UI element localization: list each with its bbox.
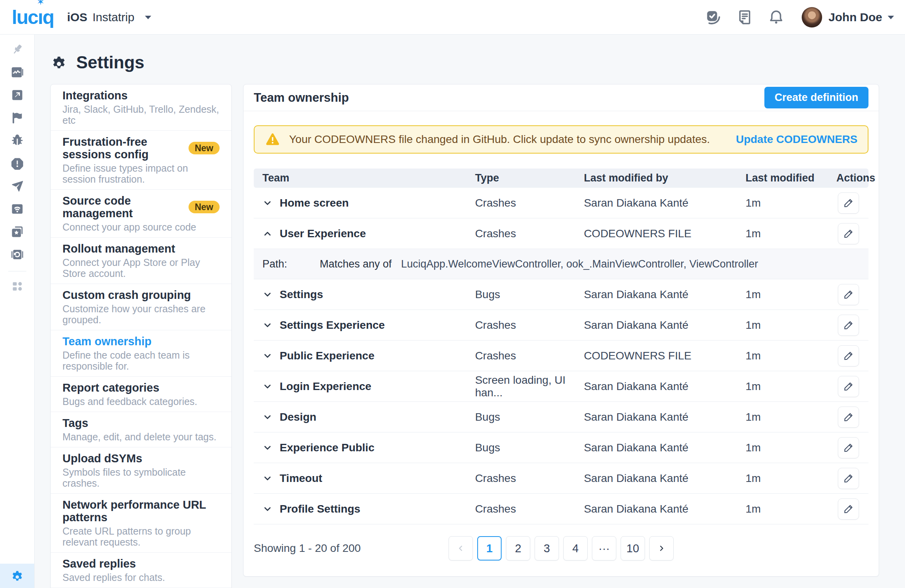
type-cell: Crashes: [475, 472, 584, 485]
table-row-home-screen[interactable]: Home screen Crashes Saran Diakana Kanté …: [254, 188, 868, 218]
last-modified-by-cell: Saran Diakana Kanté: [584, 411, 746, 423]
sidebar-item-frustration-free-sessions-config[interactable]: Frustration-free sessions config New Def…: [51, 130, 231, 189]
sidebar-item-custom-crash-grouping[interactable]: Custom crash grouping Customize how your…: [51, 284, 231, 330]
left-icon-rail: [0, 35, 35, 588]
rail-item-send-icon[interactable]: [10, 179, 24, 193]
edit-button[interactable]: [838, 468, 859, 489]
chevron-down-icon[interactable]: [262, 381, 273, 392]
team-name: Timeout: [280, 472, 322, 485]
page-ellipsis-button[interactable]: ···: [592, 536, 616, 561]
settings-item-title: Tags: [62, 417, 88, 429]
rail-item-app-replays-icon[interactable]: [10, 247, 24, 262]
type-cell: Bugs: [475, 288, 584, 301]
chevron-down-icon[interactable]: [262, 443, 273, 453]
edit-button[interactable]: [838, 437, 859, 458]
table-row-experience-public[interactable]: Experience Public Bugs Saran Diakana Kan…: [254, 432, 868, 463]
sidebar-item-tags[interactable]: Tags Manage, edit, and delete your tags.: [51, 412, 231, 447]
sidebar-item-source-code-management[interactable]: Source code management New Connect your …: [51, 189, 231, 237]
rail-item-apps-grid-icon[interactable]: [10, 279, 24, 293]
sidebar-item-saved-replies[interactable]: Saved replies Saved replies for chats.: [51, 552, 231, 588]
edit-button[interactable]: [838, 407, 859, 428]
page-3-button[interactable]: 3: [535, 536, 559, 561]
new-badge: New: [189, 201, 220, 213]
settings-item-subtitle: Create URL patterns to group relevant re…: [62, 526, 220, 548]
edit-button[interactable]: [838, 376, 859, 397]
last-modified-cell: 1m: [746, 472, 828, 485]
rail-item-performance-icon[interactable]: [10, 65, 24, 79]
codeowners-banner: Your CODEOWNERS file changed in GitHub. …: [254, 125, 868, 154]
chevron-down-icon[interactable]: [887, 15, 895, 20]
app-switcher[interactable]: iOS Instatrip: [67, 11, 152, 24]
table-row-settings[interactable]: Settings Bugs Saran Diakana Kanté 1m: [254, 279, 868, 310]
team-ownership-panel: Team ownership Create definition Your CO…: [243, 84, 879, 577]
logo-text-i: ı: [38, 6, 42, 28]
last-modified-cell: 1m: [746, 288, 828, 301]
settings-item-subtitle: Connect your app source code: [62, 222, 220, 233]
table-row-login-experience[interactable]: Login Experience Screen loading, UI han.…: [254, 371, 868, 402]
rail-item-bug-icon[interactable]: [10, 134, 24, 148]
team-name: Login Experience: [280, 380, 371, 393]
luciq-logo[interactable]: luc✶ıq: [12, 7, 54, 27]
sidebar-item-team-ownership[interactable]: Team ownership Define the code each team…: [51, 330, 231, 376]
last-modified-cell: 1m: [746, 197, 828, 209]
create-definition-button[interactable]: Create definition: [764, 87, 868, 108]
last-modified-cell: 1m: [746, 319, 828, 332]
page-1-button[interactable]: 1: [477, 536, 502, 561]
notes-icon[interactable]: [736, 9, 753, 26]
team-name: Profile Settings: [280, 503, 360, 515]
chevron-down-icon[interactable]: [262, 320, 273, 330]
page-10-button[interactable]: 10: [621, 536, 645, 561]
settings-item-subtitle: Define the code each team is responsible…: [62, 350, 220, 372]
bell-icon[interactable]: [768, 9, 784, 26]
tasks-icon[interactable]: [705, 9, 722, 26]
table-row-user-experience[interactable]: User Experience Crashes CODEOWNERS FILE …: [254, 218, 868, 249]
user-avatar[interactable]: [802, 7, 822, 27]
sidebar-item-network-performance-url-patterns[interactable]: Network performance URL patterns Create …: [51, 493, 231, 552]
table-row-settings-experience[interactable]: Settings Experience Crashes Saran Diakan…: [254, 310, 868, 341]
sidebar-item-report-categories[interactable]: Report categories Bugs and feedback cate…: [51, 376, 231, 412]
type-cell: Screen loading, UI han...: [475, 374, 584, 399]
edit-button[interactable]: [838, 192, 859, 214]
rail-item-session-replay-icon[interactable]: [10, 88, 24, 102]
next-page-button[interactable]: [649, 536, 674, 561]
pencil-icon: [843, 198, 854, 209]
update-codeowners-link[interactable]: Update CODEOWNERS: [736, 133, 857, 146]
page-4-button[interactable]: 4: [563, 536, 588, 561]
settings-item-subtitle: Connect your App Store or Play Store acc…: [62, 257, 220, 279]
last-modified-by-cell: Saran Diakana Kanté: [584, 197, 746, 209]
settings-item-subtitle: Manage, edit, and delete your tags.: [62, 431, 220, 442]
chevron-down-icon[interactable]: [262, 473, 273, 484]
sidebar-item-upload-dsyms[interactable]: Upload dSYMs Symbols files to symbolicat…: [51, 447, 231, 493]
path-operator: Matches any of: [320, 258, 401, 270]
table-row-design[interactable]: Design Bugs Saran Diakana Kanté 1m: [254, 402, 868, 432]
rail-item-network-icon[interactable]: [10, 202, 24, 216]
sidebar-item-rollout-management[interactable]: Rollout management Connect your App Stor…: [51, 237, 231, 284]
table-row-profile-settings[interactable]: Profile Settings Crashes Saran Diakana K…: [254, 494, 868, 524]
rail-item-crash-alert-icon[interactable]: [10, 156, 24, 170]
chevron-down-icon[interactable]: [262, 289, 273, 300]
table-row-public-experience[interactable]: Public Experience Crashes CODEOWNERS FIL…: [254, 341, 868, 371]
chevron-down-icon[interactable]: [262, 198, 273, 208]
rail-item-pin-icon[interactable]: [10, 42, 24, 57]
settings-item-title: Network performance URL patterns: [62, 498, 220, 524]
user-name[interactable]: John Doe: [828, 11, 882, 24]
pencil-icon: [843, 228, 854, 239]
last-modified-by-cell: CODEOWNERS FILE: [584, 227, 746, 240]
chevron-down-icon[interactable]: [262, 351, 273, 361]
previous-page-button[interactable]: [449, 536, 473, 561]
chevron-down-icon[interactable]: [262, 412, 273, 422]
sidebar-item-integrations[interactable]: Integrations Jira, Slack, GitHub, Trello…: [51, 84, 231, 130]
edit-button[interactable]: [838, 223, 859, 244]
edit-button[interactable]: [838, 498, 859, 520]
table-row-timeout[interactable]: Timeout Crashes Saran Diakana Kanté 1m: [254, 463, 868, 494]
rail-item-settings-gear-icon[interactable]: [0, 564, 34, 588]
edit-button[interactable]: [838, 284, 859, 305]
page-2-button[interactable]: 2: [506, 536, 530, 561]
rail-item-surveys-icon[interactable]: [10, 225, 24, 239]
chevron-up-icon[interactable]: [262, 229, 273, 239]
rail-item-flag-icon[interactable]: [10, 111, 24, 125]
edit-button[interactable]: [838, 315, 859, 336]
chevron-down-icon[interactable]: [262, 504, 273, 514]
edit-button[interactable]: [838, 345, 859, 366]
type-cell: Crashes: [475, 503, 584, 515]
